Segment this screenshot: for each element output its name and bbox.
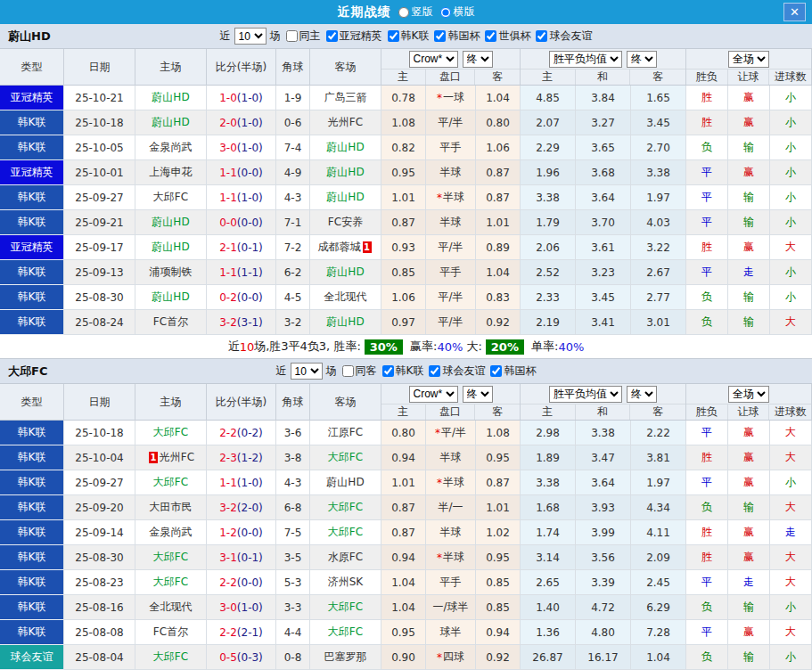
close-button[interactable]: ✕ [783,3,806,21]
matches-count-select[interactable]: 10 [291,363,323,380]
avg-draw-odds-cell: 3.61 [576,235,631,260]
score-cell: 2-3(1-2) [207,445,276,470]
fulltime-select[interactable]: 全场 [728,51,769,68]
match-row: 亚冠精英25-10-01上海申花1-1(0-0)4-9蔚山HD0.95半球0.8… [0,160,812,185]
league-filter: 韩国杯 [485,364,536,379]
team-name: 蔚山HD [326,165,364,180]
halftime-score: (0-1) [237,241,263,254]
halftime-score: (2-0) [237,502,263,514]
fulltime-score: 2-2 [219,626,237,639]
avg-time-select[interactable]: 终 [627,51,657,68]
subheader-handicap-result: 让球 [728,404,770,420]
table1-body: 亚冠精英25-10-21蔚山HD1-0(1-0)1-9广岛三箭0.78*一球1.… [0,86,812,335]
fulltime-header-controls: 全场 [686,49,811,69]
handicap-star: * [437,477,442,489]
team-name: 蔚山HD [326,315,364,330]
corners-cell: 4-4 [276,620,310,645]
goals-result-cell: 小 [770,185,812,210]
avg-type-select[interactable]: 胜平负均值 [549,51,622,68]
layout-horizontal-radio[interactable] [440,7,451,18]
home-odds-cell: 0.95 [381,160,426,185]
home-odds-cell: 0.87 [381,210,426,235]
fulltime-select[interactable]: 全场 [728,386,769,403]
goals-result-cell: 小 [770,160,812,185]
avg-draw-odds-cell: 16.17 [576,645,631,670]
team1-filter-group: 近 10 场 同主 亚冠精英韩K联韩国杯世俱杯球会友谊 [220,28,593,45]
goals-result-cell: 小 [770,595,812,620]
result-cell: 平 [686,620,728,645]
league-filter-checkbox[interactable] [429,365,440,377]
result-cell: 负 [686,495,728,520]
score-cell: 2-2(2-1) [207,620,276,645]
matches-count-select[interactable]: 10 [234,28,267,45]
league-filter-checkbox[interactable] [388,30,399,42]
match-row: 韩K联25-09-27大邱FC1-1(1-0)4-3蔚山HD1.01*半球0.8… [0,470,812,495]
team-name: 金泉尚武 [150,140,193,155]
odds-header-group: Crow* 终 主 盘口 客 [381,49,521,85]
subheader-odds-away: 客 [475,69,520,85]
avg-away-odds-cell: 3.22 [631,235,686,260]
layout-vertical-label: 竖版 [412,4,433,20]
corners-cell: 6-2 [276,260,310,285]
league-filter: 球会友谊 [423,364,485,379]
home-odds-cell: 1.08 [381,110,426,135]
handicap-result-cell: 输 [728,185,770,210]
avg-time-select[interactable]: 终 [627,386,657,403]
summary-row: 近10场,胜3平4负3, 胜率:30% 赢率:40% 大:20% 单率:40% [0,335,812,359]
same-home-checkbox[interactable] [286,30,298,42]
away-team-cell: 江原FC [310,421,381,445]
avg-home-odds-cell: 4.85 [521,86,576,110]
avg-away-odds-cell: 4.03 [631,210,686,235]
team-name: 光州FC [160,450,194,465]
away-odds-cell: 0.92 [476,645,521,670]
odds-time-select[interactable]: 终 [463,51,493,68]
same-away-checkbox[interactable] [342,365,354,377]
league-filter-checkbox[interactable] [326,30,338,42]
home-odds-cell: 1.04 [381,570,426,595]
team-name: 大邱FC [153,650,188,665]
league-cell: 韩K联 [0,260,64,285]
goals-result-cell: 大 [770,310,812,335]
matches-label: 场 [270,29,281,44]
odds-header-group: Crow* 终 主 盘口 客 [381,384,521,420]
avg-draw-odds-cell: 3.84 [576,86,631,110]
goals-result-cell: 大 [770,570,812,595]
score-cell: 2-2(0-2) [207,421,276,445]
league-filter-checkbox[interactable] [490,365,502,377]
league-filter-checkbox[interactable] [536,30,547,42]
avg-home-odds-cell: 2.07 [521,110,576,135]
avg-header-controls: 胜平负均值 终 [521,49,685,69]
odds-company-select[interactable]: Crow* [409,51,458,68]
home-team-cell: 大邱FC [135,645,207,670]
league-filter-checkbox[interactable] [434,30,446,42]
result-cell: 负 [686,645,728,670]
away-odds-cell: 1.01 [476,210,521,235]
odds-company-select[interactable]: Crow* [409,386,458,403]
home-odds-cell: 1.06 [381,285,426,310]
result-cell: 胜 [686,520,728,545]
home-team-cell: 蔚山HD [135,110,207,135]
corners-cell: 4-3 [276,470,310,495]
goals-result-cell: 小 [770,135,812,160]
handicap-cell: 平/半 [426,310,476,335]
layout-vertical-radio[interactable] [398,7,409,18]
avg-draw-odds-cell: 3.99 [576,520,631,545]
col-header-score: 比分(半场) [207,49,276,86]
match-row: 球会友谊25-08-04大邱FC0-5(0-3)0-8巴塞罗那0.90*四球0.… [0,645,812,670]
avg-draw-odds-cell: 3.93 [576,495,631,520]
team-name: FC首尔 [153,625,188,640]
date-cell: 25-10-18 [64,110,135,135]
league-filter-checkbox[interactable] [485,30,496,42]
avg-away-odds-cell: 4.34 [631,495,686,520]
league-filter-checkbox[interactable] [382,365,394,377]
avg-away-odds-cell: 7.28 [631,620,686,645]
date-cell: 25-10-05 [64,135,135,160]
score-cell: 1-1(1-1) [207,260,276,285]
col-header-type: 类型 [0,49,64,86]
odds-time-select[interactable]: 终 [463,386,493,403]
avg-type-select[interactable]: 胜平负均值 [549,386,622,403]
corners-cell: 0-6 [276,110,310,135]
home-odds-cell: 0.82 [381,135,426,160]
league-cell: 韩K联 [0,470,64,495]
corners-cell: 4-3 [276,185,310,210]
